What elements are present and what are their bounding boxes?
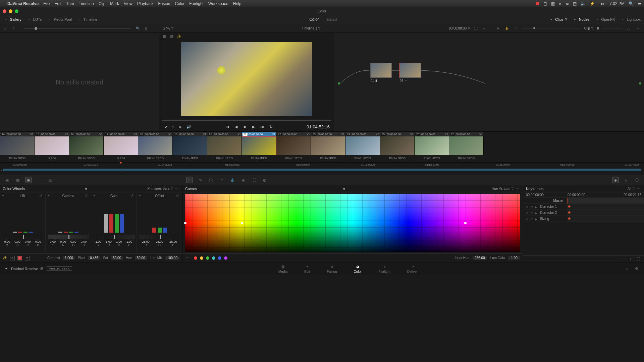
bars-graph[interactable] — [48, 199, 89, 233]
clip-thumbnail[interactable] — [0, 136, 35, 155]
picker-icon[interactable]: + — [2, 194, 6, 198]
clip-thumbnail[interactable] — [345, 136, 380, 155]
lock-icon[interactable]: ○ — [526, 211, 529, 215]
curves-tool-icon[interactable]: 〰 — [186, 177, 193, 183]
menu-fusion[interactable]: Fusion — [158, 1, 170, 6]
menu-view[interactable]: View — [124, 1, 132, 6]
viewer-highlight-icon[interactable]: ✨ — [177, 34, 181, 39]
input-hue-value[interactable]: 256.00 — [473, 256, 487, 260]
wheel-value[interactable]: 25.00 — [156, 240, 163, 243]
close-button[interactable] — [3, 9, 6, 13]
info-icon[interactable]: ⓘ — [634, 177, 640, 183]
tray-square-icon[interactable]: ▢ — [543, 1, 547, 6]
page-tab-fairlight[interactable]: ♪Fairlight — [378, 264, 390, 274]
wheel-value[interactable]: 0.00 — [35, 240, 41, 243]
picker-icon[interactable]: + — [48, 194, 52, 198]
page-tab-color[interactable]: ◕Color — [354, 264, 362, 274]
bar-b[interactable] — [29, 232, 33, 233]
timeline-button[interactable]: ▫Timeline — [77, 17, 97, 22]
wheel-value[interactable]: 0.00 — [60, 240, 66, 243]
lum-gain-value[interactable]: 1.00 — [508, 256, 520, 260]
clip-item[interactable]: 2100:00:00:00V1Photo JPEG — [242, 132, 276, 162]
motion-effects-icon[interactable]: ▥ — [47, 177, 53, 183]
camera-raw-icon[interactable]: ▣ — [4, 177, 10, 183]
viewer-overlay-icon[interactable]: ▦ — [162, 34, 167, 39]
wheel-value[interactable]: 0.00 — [70, 240, 76, 243]
node-green-input[interactable] — [338, 82, 340, 84]
reset-icon[interactable]: ↺ — [176, 194, 180, 198]
menubar-day[interactable]: Tue — [599, 1, 605, 6]
play-button[interactable]: ▶ — [251, 124, 256, 129]
page-two-icon[interactable]: 2 — [25, 256, 30, 260]
hue-preset-dot[interactable] — [200, 256, 203, 260]
keyframe-marker[interactable] — [568, 211, 571, 214]
menu-help[interactable]: Help — [233, 1, 241, 6]
bar-y[interactable] — [104, 214, 108, 233]
lock-icon[interactable]: ○ — [526, 205, 529, 208]
home-icon[interactable]: ⌂ — [624, 266, 629, 272]
clip-thumbnail[interactable] — [69, 136, 104, 155]
playhead[interactable] — [121, 163, 121, 175]
wheel-value[interactable]: 25.00 — [142, 240, 150, 243]
bar-g[interactable] — [69, 232, 73, 233]
step-back-button[interactable]: ◀ — [233, 124, 239, 129]
app-menu[interactable]: DaVinci Resolve — [7, 1, 39, 6]
thumbnail-size-slider[interactable] — [24, 28, 130, 29]
clip-thumbnail[interactable] — [207, 136, 242, 155]
node-options-icon[interactable]: ⋯ — [635, 26, 640, 31]
mini-track-bar[interactable] — [3, 169, 641, 171]
viewer-image[interactable] — [181, 42, 312, 116]
lummix-value[interactable]: 100.00 — [165, 256, 179, 260]
picker-tool-icon[interactable]: ⬈ — [163, 124, 169, 129]
clip-item[interactable]: 2400:00:00:00V1Photo JPEG — [345, 132, 380, 162]
y-slider[interactable] — [139, 235, 180, 239]
unmix-icon[interactable]: ◈ — [177, 124, 183, 129]
loop-button[interactable]: ↻ — [268, 124, 274, 129]
y-slider[interactable] — [2, 235, 43, 239]
clip-item[interactable]: 2600:00:00:00V1Photo JPEG — [415, 132, 449, 162]
rgb-mixer-icon[interactable]: ⋮⋮ — [36, 177, 42, 183]
record-icon[interactable] — [536, 2, 539, 5]
menu-timeline[interactable]: Timeline — [79, 1, 94, 6]
bar-g[interactable] — [158, 228, 162, 233]
viewer-timecode-field[interactable]: 00:00:00:00▽ — [449, 26, 470, 30]
clip-item[interactable]: 1600:00:00:00V1Photo JPEG — [69, 132, 104, 162]
node-02[interactable]: 02〰 — [399, 63, 421, 78]
sizing-tool-icon[interactable]: ⛶ — [251, 177, 257, 183]
timeline-selector[interactable]: Timeline 1▽ — [302, 26, 321, 30]
menu-clip[interactable]: Clip — [99, 1, 106, 6]
clip-thumbnail[interactable] — [242, 136, 276, 155]
lightbox-button[interactable]: ▫Lightbox — [620, 17, 641, 22]
clip-item[interactable]: 2700:00:00:00V1Photo JPEG — [449, 132, 484, 162]
bar-b[interactable] — [120, 214, 124, 233]
keyframes-tool-icon[interactable]: ◈ — [612, 177, 619, 183]
options-icon[interactable]: ⋯ — [151, 26, 157, 31]
bar-b[interactable] — [163, 228, 167, 233]
keyframe-row[interactable]: ○◇▸Sizing — [523, 216, 644, 222]
search-icon[interactable]: 🔍 — [135, 26, 141, 31]
viewer-split-icon[interactable]: ▥ — [169, 34, 174, 39]
contrast-value[interactable]: 1.000 — [63, 256, 75, 260]
clip-item[interactable]: 2500:00:00:00V1Photo JPEG — [380, 132, 415, 162]
bar-g[interactable] — [115, 214, 119, 233]
node-01[interactable]: 01▮ — [370, 63, 392, 78]
clip-item[interactable]: 2200:00:00:00V1Photo JPEG — [276, 132, 311, 162]
clip-item[interactable]: 1700:00:00:00V1H.264 — [104, 132, 138, 162]
keyframe-row[interactable]: ○◇▸Corrector 2 — [523, 210, 644, 216]
bars-graph[interactable] — [139, 199, 180, 233]
menu-mark[interactable]: Mark — [110, 1, 119, 6]
y-slider[interactable] — [48, 235, 89, 239]
kf-expand-icon[interactable]: ⛶ — [636, 256, 641, 262]
keyframes-mode-dropdown[interactable]: All▽ ⋯ — [628, 186, 641, 191]
panel-options-icon[interactable]: ⋯ — [174, 186, 179, 191]
clip-thumbnail[interactable] — [449, 136, 484, 155]
keyframe-marker[interactable] — [568, 217, 571, 220]
node-editor[interactable]: 01▮ 02〰 — [334, 33, 644, 131]
hue-preset-dot[interactable] — [224, 256, 227, 260]
mini-timeline[interactable]: V1 01:00:00:0001:02:12:0101:04:30:0201:0… — [0, 162, 644, 175]
picker-icon[interactable]: + — [93, 194, 97, 198]
pick-white-icon[interactable]: A — [10, 256, 15, 260]
kf-zoom-in-icon[interactable]: + — [628, 256, 633, 262]
nodes-button[interactable]: ▫Nodes — [573, 17, 590, 22]
wheel-value[interactable]: 25.00 — [169, 240, 177, 243]
